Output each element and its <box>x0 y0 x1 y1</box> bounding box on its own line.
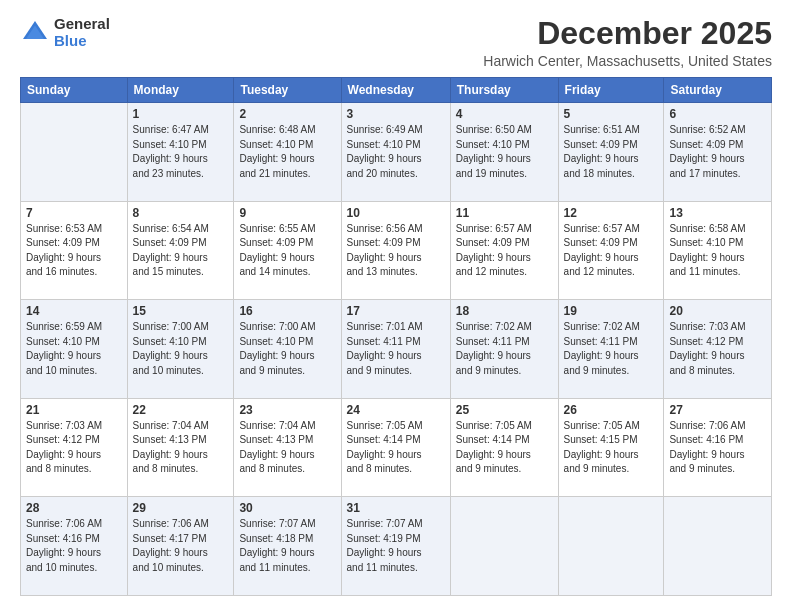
day-info: Sunrise: 6:55 AMSunset: 4:09 PMDaylight:… <box>239 222 335 280</box>
day-number: 16 <box>239 304 335 318</box>
day-number: 3 <box>347 107 445 121</box>
day-info: Sunrise: 7:01 AMSunset: 4:11 PMDaylight:… <box>347 320 445 378</box>
day-number: 31 <box>347 501 445 515</box>
day-info: Sunrise: 7:07 AMSunset: 4:19 PMDaylight:… <box>347 517 445 575</box>
day-number: 29 <box>133 501 229 515</box>
calendar-cell: 30Sunrise: 7:07 AMSunset: 4:18 PMDayligh… <box>234 497 341 596</box>
day-number: 19 <box>564 304 659 318</box>
calendar-cell: 31Sunrise: 7:07 AMSunset: 4:19 PMDayligh… <box>341 497 450 596</box>
logo: General Blue <box>20 16 110 49</box>
day-number: 2 <box>239 107 335 121</box>
calendar-week-row: 7Sunrise: 6:53 AMSunset: 4:09 PMDaylight… <box>21 201 772 300</box>
day-number: 26 <box>564 403 659 417</box>
day-info: Sunrise: 7:03 AMSunset: 4:12 PMDaylight:… <box>26 419 122 477</box>
day-info: Sunrise: 7:07 AMSunset: 4:18 PMDaylight:… <box>239 517 335 575</box>
calendar-cell: 3Sunrise: 6:49 AMSunset: 4:10 PMDaylight… <box>341 103 450 202</box>
calendar-cell: 26Sunrise: 7:05 AMSunset: 4:15 PMDayligh… <box>558 398 664 497</box>
day-info: Sunrise: 6:52 AMSunset: 4:09 PMDaylight:… <box>669 123 766 181</box>
page: General Blue December 2025 Harwich Cente… <box>0 0 792 612</box>
day-info: Sunrise: 7:06 AMSunset: 4:16 PMDaylight:… <box>669 419 766 477</box>
calendar-cell: 19Sunrise: 7:02 AMSunset: 4:11 PMDayligh… <box>558 300 664 399</box>
calendar-cell: 1Sunrise: 6:47 AMSunset: 4:10 PMDaylight… <box>127 103 234 202</box>
calendar-cell: 14Sunrise: 6:59 AMSunset: 4:10 PMDayligh… <box>21 300 128 399</box>
day-info: Sunrise: 6:58 AMSunset: 4:10 PMDaylight:… <box>669 222 766 280</box>
calendar-cell <box>664 497 772 596</box>
title-block: December 2025 Harwich Center, Massachuse… <box>483 16 772 69</box>
calendar-cell: 13Sunrise: 6:58 AMSunset: 4:10 PMDayligh… <box>664 201 772 300</box>
calendar-cell: 5Sunrise: 6:51 AMSunset: 4:09 PMDaylight… <box>558 103 664 202</box>
calendar-header-monday: Monday <box>127 78 234 103</box>
day-info: Sunrise: 6:51 AMSunset: 4:09 PMDaylight:… <box>564 123 659 181</box>
day-number: 9 <box>239 206 335 220</box>
calendar-cell: 23Sunrise: 7:04 AMSunset: 4:13 PMDayligh… <box>234 398 341 497</box>
calendar-cell: 4Sunrise: 6:50 AMSunset: 4:10 PMDaylight… <box>450 103 558 202</box>
calendar-cell: 22Sunrise: 7:04 AMSunset: 4:13 PMDayligh… <box>127 398 234 497</box>
day-info: Sunrise: 7:05 AMSunset: 4:14 PMDaylight:… <box>456 419 553 477</box>
main-title: December 2025 <box>483 16 772 51</box>
day-number: 8 <box>133 206 229 220</box>
day-info: Sunrise: 6:57 AMSunset: 4:09 PMDaylight:… <box>564 222 659 280</box>
day-number: 14 <box>26 304 122 318</box>
calendar-cell: 6Sunrise: 6:52 AMSunset: 4:09 PMDaylight… <box>664 103 772 202</box>
calendar-cell <box>558 497 664 596</box>
calendar-cell: 10Sunrise: 6:56 AMSunset: 4:09 PMDayligh… <box>341 201 450 300</box>
calendar-cell: 8Sunrise: 6:54 AMSunset: 4:09 PMDaylight… <box>127 201 234 300</box>
calendar-week-row: 14Sunrise: 6:59 AMSunset: 4:10 PMDayligh… <box>21 300 772 399</box>
calendar-cell: 11Sunrise: 6:57 AMSunset: 4:09 PMDayligh… <box>450 201 558 300</box>
day-number: 20 <box>669 304 766 318</box>
day-info: Sunrise: 6:57 AMSunset: 4:09 PMDaylight:… <box>456 222 553 280</box>
day-info: Sunrise: 6:53 AMSunset: 4:09 PMDaylight:… <box>26 222 122 280</box>
day-info: Sunrise: 6:47 AMSunset: 4:10 PMDaylight:… <box>133 123 229 181</box>
logo-icon <box>20 18 50 48</box>
day-number: 27 <box>669 403 766 417</box>
header: General Blue December 2025 Harwich Cente… <box>20 16 772 69</box>
calendar-cell: 12Sunrise: 6:57 AMSunset: 4:09 PMDayligh… <box>558 201 664 300</box>
logo-blue: Blue <box>54 33 110 50</box>
day-info: Sunrise: 7:04 AMSunset: 4:13 PMDaylight:… <box>239 419 335 477</box>
calendar-week-row: 28Sunrise: 7:06 AMSunset: 4:16 PMDayligh… <box>21 497 772 596</box>
day-info: Sunrise: 6:56 AMSunset: 4:09 PMDaylight:… <box>347 222 445 280</box>
calendar-header-thursday: Thursday <box>450 78 558 103</box>
calendar-header-sunday: Sunday <box>21 78 128 103</box>
logo-text: General Blue <box>54 16 110 49</box>
day-number: 24 <box>347 403 445 417</box>
day-number: 15 <box>133 304 229 318</box>
calendar-cell: 18Sunrise: 7:02 AMSunset: 4:11 PMDayligh… <box>450 300 558 399</box>
calendar-cell: 24Sunrise: 7:05 AMSunset: 4:14 PMDayligh… <box>341 398 450 497</box>
calendar-header-row: SundayMondayTuesdayWednesdayThursdayFrid… <box>21 78 772 103</box>
calendar-cell: 29Sunrise: 7:06 AMSunset: 4:17 PMDayligh… <box>127 497 234 596</box>
day-number: 22 <box>133 403 229 417</box>
day-info: Sunrise: 6:48 AMSunset: 4:10 PMDaylight:… <box>239 123 335 181</box>
calendar-cell: 2Sunrise: 6:48 AMSunset: 4:10 PMDaylight… <box>234 103 341 202</box>
day-number: 4 <box>456 107 553 121</box>
day-number: 11 <box>456 206 553 220</box>
day-number: 25 <box>456 403 553 417</box>
day-info: Sunrise: 7:02 AMSunset: 4:11 PMDaylight:… <box>456 320 553 378</box>
day-number: 18 <box>456 304 553 318</box>
day-number: 28 <box>26 501 122 515</box>
day-info: Sunrise: 7:05 AMSunset: 4:15 PMDaylight:… <box>564 419 659 477</box>
calendar-cell: 20Sunrise: 7:03 AMSunset: 4:12 PMDayligh… <box>664 300 772 399</box>
calendar-cell: 28Sunrise: 7:06 AMSunset: 4:16 PMDayligh… <box>21 497 128 596</box>
subtitle: Harwich Center, Massachusetts, United St… <box>483 53 772 69</box>
calendar-cell: 16Sunrise: 7:00 AMSunset: 4:10 PMDayligh… <box>234 300 341 399</box>
day-number: 6 <box>669 107 766 121</box>
day-number: 13 <box>669 206 766 220</box>
calendar-week-row: 1Sunrise: 6:47 AMSunset: 4:10 PMDaylight… <box>21 103 772 202</box>
calendar-cell: 17Sunrise: 7:01 AMSunset: 4:11 PMDayligh… <box>341 300 450 399</box>
calendar-cell: 21Sunrise: 7:03 AMSunset: 4:12 PMDayligh… <box>21 398 128 497</box>
day-info: Sunrise: 6:49 AMSunset: 4:10 PMDaylight:… <box>347 123 445 181</box>
calendar-cell: 9Sunrise: 6:55 AMSunset: 4:09 PMDaylight… <box>234 201 341 300</box>
calendar-header-saturday: Saturday <box>664 78 772 103</box>
calendar-cell: 15Sunrise: 7:00 AMSunset: 4:10 PMDayligh… <box>127 300 234 399</box>
day-info: Sunrise: 7:03 AMSunset: 4:12 PMDaylight:… <box>669 320 766 378</box>
day-info: Sunrise: 6:59 AMSunset: 4:10 PMDaylight:… <box>26 320 122 378</box>
calendar-cell: 25Sunrise: 7:05 AMSunset: 4:14 PMDayligh… <box>450 398 558 497</box>
calendar-cell: 7Sunrise: 6:53 AMSunset: 4:09 PMDaylight… <box>21 201 128 300</box>
day-number: 10 <box>347 206 445 220</box>
logo-general: General <box>54 16 110 33</box>
calendar-header-tuesday: Tuesday <box>234 78 341 103</box>
day-info: Sunrise: 6:50 AMSunset: 4:10 PMDaylight:… <box>456 123 553 181</box>
calendar-header-wednesday: Wednesday <box>341 78 450 103</box>
day-number: 7 <box>26 206 122 220</box>
